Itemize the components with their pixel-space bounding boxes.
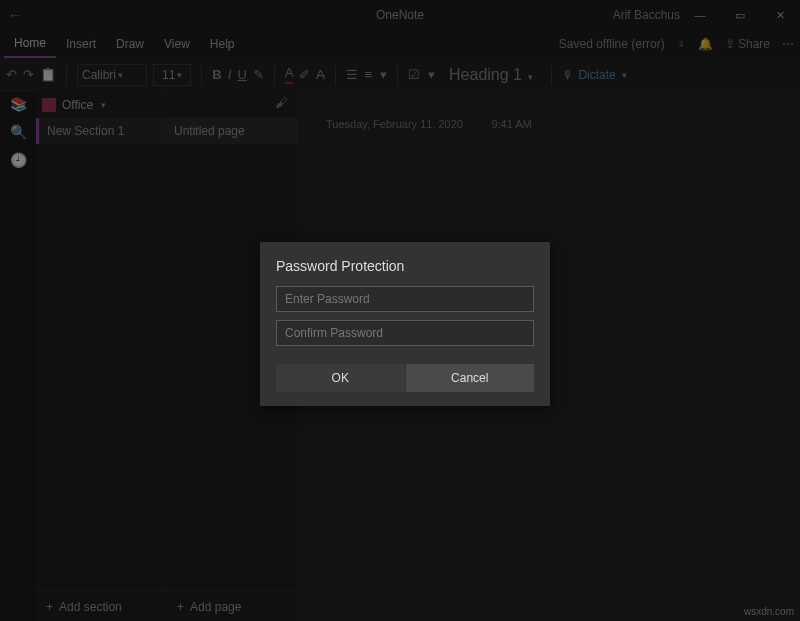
confirm-password-input[interactable] xyxy=(276,320,534,346)
cancel-button[interactable]: Cancel xyxy=(406,364,535,392)
password-input[interactable] xyxy=(276,286,534,312)
password-protection-dialog: Password Protection OK Cancel xyxy=(260,242,550,406)
watermark: wsxdn.com xyxy=(744,606,794,617)
ok-button[interactable]: OK xyxy=(276,364,405,392)
dialog-buttons: OK Cancel xyxy=(276,364,534,392)
dialog-title: Password Protection xyxy=(276,258,534,274)
